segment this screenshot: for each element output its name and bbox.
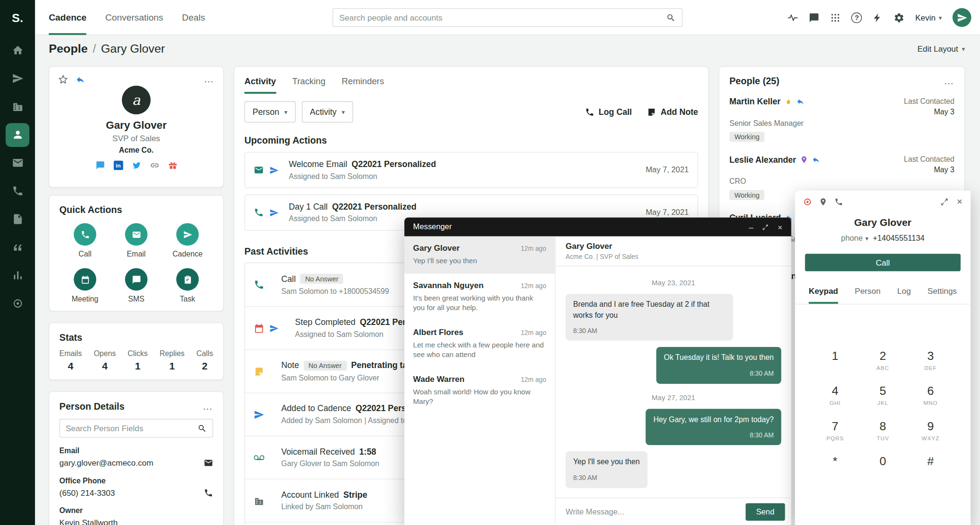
expand-icon[interactable]: [940, 198, 948, 206]
person-filter-dropdown[interactable]: Person▾: [245, 101, 296, 123]
tab-tracking[interactable]: Tracking: [292, 76, 325, 94]
keypad-key-1[interactable]: 1: [811, 349, 859, 372]
phone-icon[interactable]: [74, 223, 96, 246]
conversation-albert-flores[interactable]: Albert Flores 12m ago Let me check with …: [404, 320, 555, 367]
close-icon[interactable]: ×: [957, 197, 962, 207]
minimize-icon[interactable]: –: [749, 222, 753, 232]
person-fields-search[interactable]: [59, 419, 213, 437]
reply-icon[interactable]: [812, 156, 820, 164]
keypad-key-8[interactable]: 8TUV: [859, 419, 907, 442]
quick-action-call[interactable]: Call: [59, 223, 111, 258]
conversation-savannah-nguyen[interactable]: Savannah Nguyen 12m ago It's been great …: [404, 273, 555, 320]
phone-icon[interactable]: [204, 488, 213, 498]
rocket-icon: [269, 324, 279, 333]
nav-deals[interactable]: Deals: [182, 0, 205, 35]
quick-action-email[interactable]: Email: [111, 223, 162, 258]
keypad-key-9[interactable]: 9WXYZ: [907, 419, 955, 442]
conversation-wade-warren[interactable]: Wade Warren 12m ago Woah small world! Ho…: [404, 367, 555, 414]
apps-grid-icon[interactable]: [830, 12, 841, 22]
person-row-martin-keller[interactable]: Martin Keller Last Contacted May 3 Senio…: [719, 91, 964, 149]
sidebar-conversations-icon[interactable]: [6, 235, 30, 259]
sidebar-cadences-icon[interactable]: [6, 67, 30, 90]
upcoming-item[interactable]: Welcome EmailQ22021 Personalized Assigne…: [245, 152, 698, 188]
person-details-more-menu[interactable]: …: [202, 403, 213, 409]
nav-conversations[interactable]: Conversations: [105, 0, 163, 35]
record-icon[interactable]: [803, 198, 812, 206]
tab-reminders[interactable]: Reminders: [342, 76, 384, 94]
keypad-key-hash[interactable]: #: [907, 455, 955, 477]
quick-action-cadence[interactable]: Cadence: [162, 223, 213, 258]
mail-icon[interactable]: [204, 458, 213, 468]
activity-filter-dropdown[interactable]: Activity▾: [302, 101, 353, 123]
star-icon[interactable]: [58, 74, 68, 84]
messenger-titlebar[interactable]: Messenger – ×: [404, 218, 791, 236]
search-icon[interactable]: [198, 424, 207, 433]
profile-more-menu[interactable]: …: [204, 76, 214, 82]
keypad-key-5[interactable]: 5JKL: [859, 384, 907, 407]
gift-icon[interactable]: [168, 161, 178, 170]
keypad-key-4[interactable]: 4GHI: [811, 384, 859, 407]
log-call-button[interactable]: Log Call: [585, 107, 632, 117]
search-icon[interactable]: [666, 13, 676, 22]
twitter-icon[interactable]: [132, 161, 141, 170]
phone-type-dropdown[interactable]: phone▾: [841, 234, 869, 242]
chat-icon[interactable]: [125, 268, 147, 290]
location-pin-icon[interactable]: [819, 198, 827, 206]
link-icon[interactable]: [150, 161, 159, 170]
global-search[interactable]: [333, 8, 682, 27]
keypad-key-3[interactable]: 3DEF: [907, 349, 955, 372]
plane-icon[interactable]: [176, 223, 199, 246]
close-icon[interactable]: ×: [778, 222, 782, 232]
add-note-button[interactable]: Add Note: [647, 107, 698, 117]
sidebar-email-icon[interactable]: [6, 151, 30, 175]
keypad-key-star[interactable]: *: [811, 455, 859, 477]
tab-person[interactable]: Person: [855, 286, 880, 304]
edit-layout-button[interactable]: Edit Layout ▾: [917, 35, 965, 62]
sidebar-target-icon[interactable]: [6, 291, 30, 315]
activity-pulse-icon[interactable]: [788, 12, 798, 22]
person-fields-search-input[interactable]: [66, 424, 198, 433]
expand-icon[interactable]: [762, 223, 769, 230]
send-button[interactable]: Send: [746, 503, 785, 521]
help-icon[interactable]: ?: [852, 12, 862, 22]
tab-log[interactable]: Log: [897, 286, 911, 304]
conversation-gary-glover[interactable]: Gary Glover 12m ago Yep I'll see you the…: [404, 236, 555, 274]
keypad-key-0[interactable]: 0: [859, 455, 907, 477]
sidebar-documents-icon[interactable]: [6, 207, 30, 231]
chat-bubble-icon[interactable]: [95, 161, 105, 170]
reply-icon[interactable]: [796, 98, 804, 106]
call-button[interactable]: Call: [805, 254, 960, 271]
user-menu[interactable]: Kevin ▾: [915, 13, 942, 22]
quick-action-meeting[interactable]: Meeting: [59, 268, 111, 303]
settings-gear-icon[interactable]: [894, 12, 904, 22]
sidebar-people-icon[interactable]: [6, 123, 30, 147]
nav-cadence[interactable]: Cadence: [49, 0, 87, 35]
breadcrumb-section[interactable]: People: [49, 42, 88, 56]
user-avatar[interactable]: [953, 8, 971, 27]
linkedin-icon[interactable]: [113, 161, 123, 170]
keypad-key-2[interactable]: 2ABC: [859, 349, 907, 372]
sidebar-accounts-icon[interactable]: [6, 95, 30, 119]
sidebar-home-icon[interactable]: [6, 38, 30, 62]
reply-icon[interactable]: [76, 75, 85, 84]
calendar-icon[interactable]: [74, 268, 96, 290]
task-icon[interactable]: [176, 268, 199, 290]
tab-settings[interactable]: Settings: [927, 286, 957, 304]
global-search-input[interactable]: [339, 13, 666, 22]
keypad-key-6[interactable]: 6MNO: [907, 384, 955, 407]
quick-action-task[interactable]: Task: [162, 268, 213, 303]
tab-keypad[interactable]: Keypad: [809, 286, 838, 304]
note-icon: [647, 107, 657, 117]
keypad-key-7[interactable]: 7PQRS: [811, 419, 859, 442]
messenger-icon[interactable]: [809, 12, 820, 22]
people-panel-more-menu[interactable]: …: [944, 78, 954, 84]
shortcuts-bolt-icon[interactable]: [873, 12, 883, 22]
quick-action-sms[interactable]: SMS: [111, 268, 162, 303]
profile-company[interactable]: Acme Co.: [58, 145, 214, 154]
message-input[interactable]: [566, 507, 746, 516]
tab-activity[interactable]: Activity: [245, 76, 276, 94]
sidebar-calls-icon[interactable]: [6, 179, 30, 203]
sidebar-analytics-icon[interactable]: [6, 264, 30, 288]
phone-transfer-icon[interactable]: [835, 198, 843, 206]
mail-icon[interactable]: [125, 223, 147, 246]
